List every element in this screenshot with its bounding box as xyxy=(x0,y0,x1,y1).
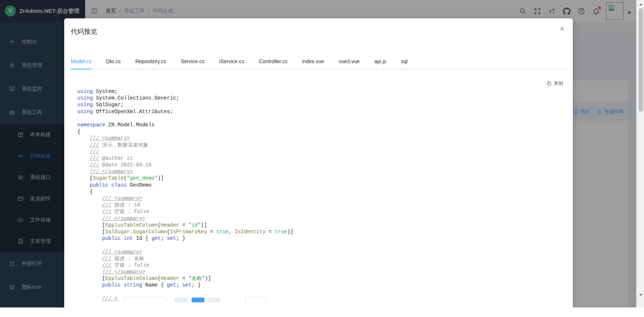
copy-icon xyxy=(546,81,552,86)
close-icon[interactable]: ✕ xyxy=(560,26,565,32)
code-line: /// @author zz xyxy=(77,155,563,162)
scrollbar-thumb[interactable] xyxy=(638,8,643,112)
code-line: [EpplusTableColumn(Header = "名称")] xyxy=(77,275,563,282)
code-line: using System.Collections.Generic; xyxy=(77,95,563,101)
code-line xyxy=(77,242,563,248)
code-line: /// <summary> xyxy=(77,195,563,202)
code-line: /// <summary> xyxy=(77,249,563,255)
code-line xyxy=(77,115,563,122)
code-line: /// </summary> xyxy=(77,168,563,175)
code-line: /// 演示，数据实体对象 xyxy=(77,142,563,148)
code-line: public class GenDemo xyxy=(77,182,563,188)
code-line: [SugarTable("gen_demo")] xyxy=(77,175,563,181)
tab-dto-cs[interactable]: Dto.cs xyxy=(99,54,128,69)
tab-iservice-cs[interactable]: IService.cs xyxy=(212,54,251,69)
scrollbar[interactable] xyxy=(638,0,644,307)
code-line: /// 空值 : false xyxy=(77,208,563,215)
code-line: /// @date 2022-04-10 xyxy=(77,162,563,168)
tab-repository-cs[interactable]: Repository.cs xyxy=(128,54,174,69)
scroll-down-arrow-icon[interactable] xyxy=(639,294,642,298)
copy-label: 复制 xyxy=(554,80,563,87)
code-line: namespace ZR.Model.Models xyxy=(77,122,563,128)
code-line: using SqlSugar; xyxy=(77,101,563,108)
tab-service-cs[interactable]: Service.cs xyxy=(174,54,212,69)
code-line: using System; xyxy=(77,88,563,95)
pagination-cutoff xyxy=(124,297,344,302)
code-block: using System;using System.Collections.Ge… xyxy=(77,88,563,307)
code-line: /// xyxy=(77,148,563,155)
pager-jump-input[interactable] xyxy=(245,297,266,302)
code-line: /// <summary> xyxy=(77,135,563,141)
tab-sql[interactable]: sql xyxy=(394,54,415,69)
code-line: { xyxy=(77,188,563,195)
page-size-select[interactable] xyxy=(124,297,167,302)
dialog-title: 代码预览 xyxy=(71,27,97,36)
pager-next-button[interactable] xyxy=(208,298,220,302)
code-line: /// 空值 : false xyxy=(77,262,563,269)
code-line: using OfficeOpenXml.Attributes; xyxy=(77,108,563,115)
code-line: /// </summary> xyxy=(77,215,563,222)
screen: V ZrAdmin.NET-后台管理 控制台系统管理系统监控系统工具表单构建代码… xyxy=(0,0,644,317)
code-line: public string Name { get; set; } xyxy=(77,282,563,288)
tab-model-cs[interactable]: Model.cs xyxy=(71,54,99,69)
pager-active-page[interactable] xyxy=(192,298,204,302)
code-line: [SqlSugar.SugarColumn(IsPrimaryKey = tru… xyxy=(77,228,563,235)
code-line: public int Id { get; set; } xyxy=(77,235,563,242)
pager-prev-button[interactable] xyxy=(174,298,188,302)
code-line: [EpplusTableColumn(Header = "id")] xyxy=(77,222,563,228)
code-preview-dialog: 代码预览 ✕ Model.csDto.csRepository.csServic… xyxy=(64,18,573,307)
code-line: { xyxy=(77,128,563,135)
tab-api-js[interactable]: api.js xyxy=(367,54,394,69)
tab-controller-cs[interactable]: Controller.cs xyxy=(252,54,295,69)
app-window: V ZrAdmin.NET-后台管理 控制台系统管理系统监控系统工具表单构建代码… xyxy=(0,0,644,307)
copy-button[interactable]: 复制 xyxy=(546,80,563,87)
code-line: /// 描述 : 名称 xyxy=(77,255,563,262)
code-line xyxy=(77,289,563,295)
file-tabs: Model.csDto.csRepository.csService.csISe… xyxy=(71,54,566,69)
code-line: /// 描述 : id xyxy=(77,202,563,208)
tab-index-vue[interactable]: index.vue xyxy=(295,54,331,69)
code-line: /// </summary> xyxy=(77,269,563,275)
tab-vue3-vue[interactable]: vue3.vue xyxy=(331,54,367,69)
scroll-up-arrow-icon[interactable] xyxy=(639,2,642,6)
